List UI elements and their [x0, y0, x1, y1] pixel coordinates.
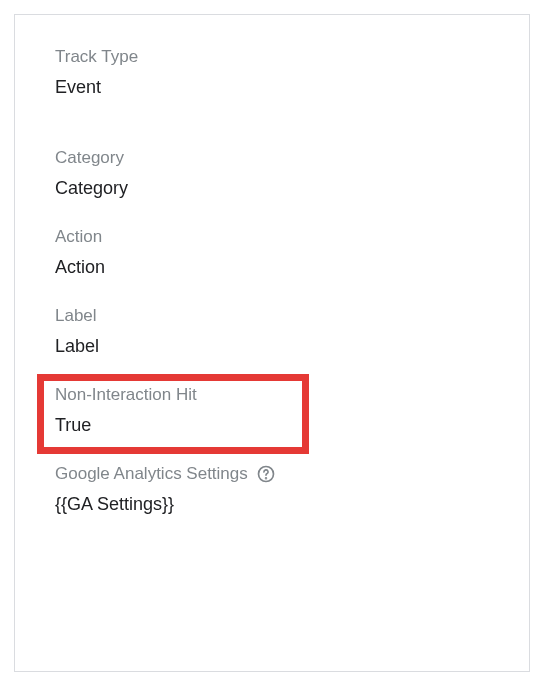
field-label-non-interaction: Non-Interaction Hit [55, 385, 489, 405]
field-label-action: Action [55, 227, 489, 247]
svg-point-1 [265, 478, 266, 479]
field-value-label: Label [55, 336, 489, 357]
field-value-ga-settings: {{GA Settings}} [55, 494, 489, 515]
field-value-track-type: Event [55, 77, 489, 98]
field-value-action: Action [55, 257, 489, 278]
field-track-type[interactable]: Track Type Event [55, 47, 489, 98]
field-category[interactable]: Category Category [55, 148, 489, 199]
field-value-category: Category [55, 178, 489, 199]
field-non-interaction[interactable]: Non-Interaction Hit True [55, 385, 489, 436]
field-label-category: Category [55, 148, 489, 168]
field-value-non-interaction: True [55, 415, 489, 436]
field-ga-settings[interactable]: Google Analytics Settings {{GA Settings}… [55, 464, 489, 515]
field-label-label: Label [55, 306, 489, 326]
field-label-ga-settings: Google Analytics Settings [55, 464, 489, 484]
field-label-track-type: Track Type [55, 47, 489, 67]
field-action[interactable]: Action Action [55, 227, 489, 278]
field-label-field[interactable]: Label Label [55, 306, 489, 357]
tag-config-card: Track Type Event Category Category Actio… [14, 14, 530, 672]
field-label-ga-settings-text: Google Analytics Settings [55, 464, 248, 484]
help-icon[interactable] [256, 464, 276, 484]
